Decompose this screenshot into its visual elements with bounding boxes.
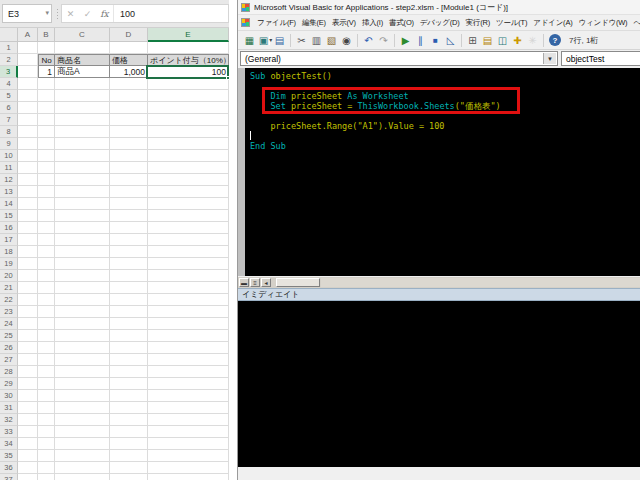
cell-E10[interactable] xyxy=(148,150,229,162)
design-mode-icon[interactable]: ◺ xyxy=(443,33,458,48)
cell-C31[interactable] xyxy=(55,402,110,414)
cell-C30[interactable] xyxy=(55,390,110,402)
cell-E17[interactable] xyxy=(148,234,229,246)
cell-D35[interactable] xyxy=(110,450,148,462)
cancel-icon[interactable]: ✕ xyxy=(62,9,79,19)
column-header-b[interactable]: B xyxy=(38,28,55,42)
cell-B3[interactable]: 1 xyxy=(38,66,55,78)
break-icon[interactable]: ∥ xyxy=(413,33,428,48)
cell-A4[interactable] xyxy=(18,78,38,90)
cell-D34[interactable] xyxy=(110,438,148,450)
cell-B24[interactable] xyxy=(38,318,55,330)
cell-C19[interactable] xyxy=(55,258,110,270)
menu-item[interactable]: ウィンドウ(W) xyxy=(576,16,631,30)
cell-E4[interactable] xyxy=(148,78,229,90)
row-header-8[interactable]: 8 xyxy=(0,126,18,138)
cell-D33[interactable] xyxy=(110,426,148,438)
cell-E27[interactable] xyxy=(148,354,229,366)
cell-E6[interactable] xyxy=(148,102,229,114)
cell-C8[interactable] xyxy=(55,126,110,138)
cell-D6[interactable] xyxy=(110,102,148,114)
row-header-9[interactable]: 9 xyxy=(0,138,18,150)
cell-E23[interactable] xyxy=(148,306,229,318)
cell-E29[interactable] xyxy=(148,378,229,390)
cell-A32[interactable] xyxy=(18,414,38,426)
row-header-23[interactable]: 23 xyxy=(0,306,18,318)
cell-B35[interactable] xyxy=(38,450,55,462)
name-box-dropdown-icon[interactable]: ▾ xyxy=(45,9,49,17)
cell-A11[interactable] xyxy=(18,162,38,174)
cell-C22[interactable] xyxy=(55,294,110,306)
cell-B12[interactable] xyxy=(38,174,55,186)
name-box[interactable]: E3 ▾ xyxy=(2,4,52,23)
cell-D9[interactable] xyxy=(110,138,148,150)
cell-E30[interactable] xyxy=(148,390,229,402)
cell-D26[interactable] xyxy=(110,342,148,354)
cell-B26[interactable] xyxy=(38,342,55,354)
code-editor[interactable]: Sub objectTest() Dim priceSheet As Works… xyxy=(238,68,640,276)
cell-B11[interactable] xyxy=(38,162,55,174)
cell-B30[interactable] xyxy=(38,390,55,402)
row-header-34[interactable]: 34 xyxy=(0,438,18,450)
row-header-15[interactable]: 15 xyxy=(0,210,18,222)
cell-A18[interactable] xyxy=(18,246,38,258)
cell-B29[interactable] xyxy=(38,378,55,390)
cell-C36[interactable] xyxy=(55,462,110,474)
cell-D8[interactable] xyxy=(110,126,148,138)
cell-D10[interactable] xyxy=(110,150,148,162)
row-header-36[interactable]: 36 xyxy=(0,462,18,474)
cell-B9[interactable] xyxy=(38,138,55,150)
cell-A37[interactable] xyxy=(18,474,38,480)
cell-C29[interactable] xyxy=(55,378,110,390)
cell-A3[interactable] xyxy=(18,66,38,78)
cell-A19[interactable] xyxy=(18,258,38,270)
cell-A36[interactable] xyxy=(18,462,38,474)
cell-A1[interactable] xyxy=(18,42,38,54)
row-header-30[interactable]: 30 xyxy=(0,390,18,402)
row-header-11[interactable]: 11 xyxy=(0,162,18,174)
cell-B14[interactable] xyxy=(38,198,55,210)
column-header-d[interactable]: D xyxy=(110,28,148,42)
cell-B34[interactable] xyxy=(38,438,55,450)
cell-A28[interactable] xyxy=(18,366,38,378)
cell-D16[interactable] xyxy=(110,222,148,234)
cell-D22[interactable] xyxy=(110,294,148,306)
cell-E24[interactable] xyxy=(148,318,229,330)
menu-item[interactable]: アドイン(A) xyxy=(530,16,575,30)
cell-C6[interactable] xyxy=(55,102,110,114)
cell-B25[interactable] xyxy=(38,330,55,342)
cell-C4[interactable] xyxy=(55,78,110,90)
cell-B5[interactable] xyxy=(38,90,55,102)
row-header-20[interactable]: 20 xyxy=(0,270,18,282)
cell-E26[interactable] xyxy=(148,342,229,354)
cell-A24[interactable] xyxy=(18,318,38,330)
cell-C32[interactable] xyxy=(55,414,110,426)
cell-E37[interactable] xyxy=(148,474,229,480)
cell-C7[interactable] xyxy=(55,114,110,126)
cell-B10[interactable] xyxy=(38,150,55,162)
cell-A13[interactable] xyxy=(18,186,38,198)
cell-C15[interactable] xyxy=(55,210,110,222)
cell-D18[interactable] xyxy=(110,246,148,258)
cell-B8[interactable] xyxy=(38,126,55,138)
cell-B2[interactable]: No xyxy=(38,54,55,66)
menu-item[interactable]: デバッグ(D) xyxy=(417,16,463,30)
column-header-c[interactable]: C xyxy=(55,28,110,42)
cell-B22[interactable] xyxy=(38,294,55,306)
row-header-16[interactable]: 16 xyxy=(0,222,18,234)
row-header-24[interactable]: 24 xyxy=(0,318,18,330)
cell-A26[interactable] xyxy=(18,342,38,354)
code-line[interactable]: End Sub xyxy=(250,141,640,151)
cell-A20[interactable] xyxy=(18,270,38,282)
code-horizontal-scrollbar[interactable]: ▬ ≡ ◂ xyxy=(238,276,640,288)
cell-C23[interactable] xyxy=(55,306,110,318)
cell-D17[interactable] xyxy=(110,234,148,246)
cell-B28[interactable] xyxy=(38,366,55,378)
menu-item[interactable]: 挿入(I) xyxy=(359,16,386,30)
cell-C17[interactable] xyxy=(55,234,110,246)
column-header-e[interactable]: E xyxy=(148,28,229,42)
cell-B13[interactable] xyxy=(38,186,55,198)
row-header-3[interactable]: 3 xyxy=(0,66,18,78)
menu-item[interactable]: ヘルプ(H) xyxy=(630,16,640,30)
row-header-28[interactable]: 28 xyxy=(0,366,18,378)
